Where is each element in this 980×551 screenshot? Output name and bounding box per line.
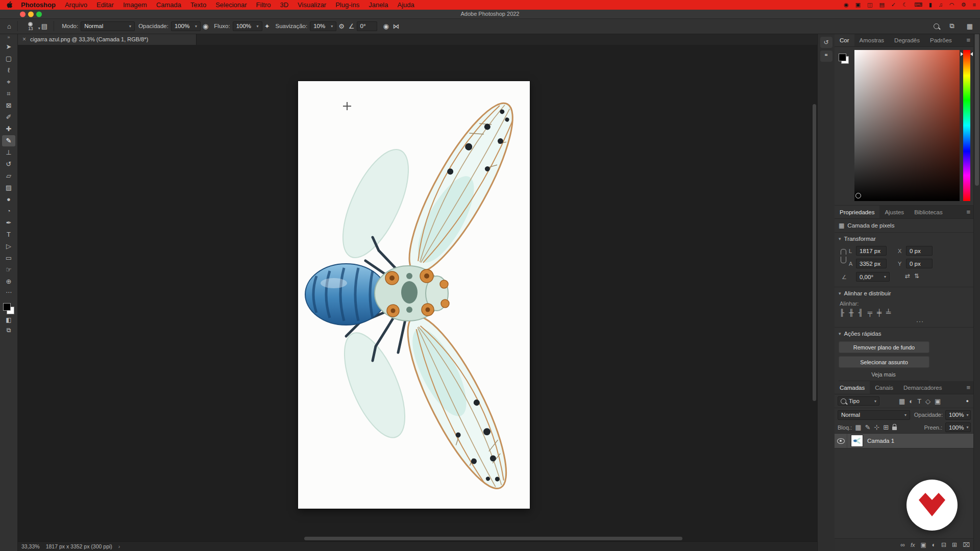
hue-marker-icon[interactable]: [961, 52, 963, 56]
pen-tool[interactable]: ✒: [2, 217, 15, 229]
x-field[interactable]: 0 px: [906, 246, 933, 256]
quick-mask-icon[interactable]: ◧: [2, 315, 15, 325]
menu-camada[interactable]: Camada: [152, 0, 186, 10]
moon-icon[interactable]: ☾: [902, 0, 908, 10]
saturation-brightness-field[interactable]: [854, 50, 960, 201]
filter-pixel-icon[interactable]: ▦: [899, 398, 905, 405]
panel-color-swatches[interactable]: [838, 53, 849, 64]
edit-toolbar-icon[interactable]: ⋯: [2, 287, 15, 297]
keyboard-icon[interactable]: ⌨: [914, 0, 922, 10]
rotation-field[interactable]: 0,00° ▾: [856, 272, 890, 282]
more-options-button[interactable]: ···: [835, 317, 974, 328]
flip-vertical-icon[interactable]: ⇅: [914, 272, 919, 280]
link-dimensions-icon[interactable]: [841, 249, 846, 263]
symmetry-icon[interactable]: ⋈: [391, 22, 402, 30]
foreground-color-swatch[interactable]: [839, 54, 846, 61]
layer-mask-icon[interactable]: ▣: [920, 542, 926, 548]
menu-imagem[interactable]: Imagem: [118, 0, 152, 10]
window-icon[interactable]: ◫: [867, 0, 872, 10]
menu-editar[interactable]: Editar: [92, 0, 118, 10]
workspace-icon[interactable]: ▦: [965, 22, 975, 30]
type-tool[interactable]: T: [2, 229, 15, 240]
layer-visibility-toggle[interactable]: [835, 434, 847, 448]
dodge-tool[interactable]: ◔: [2, 206, 15, 217]
lock-transparency-icon[interactable]: ▦: [855, 424, 861, 431]
align-section-header[interactable]: ▾ Alinhar e distribuir: [835, 287, 974, 299]
clone-stamp-tool[interactable]: ⊥: [2, 147, 15, 158]
menu-selecionar[interactable]: Selecionar: [211, 0, 251, 10]
new-layer-icon[interactable]: ⊞: [952, 542, 957, 548]
foreground-background-swatches[interactable]: [3, 303, 15, 315]
frame-tool[interactable]: ⊠: [2, 100, 15, 111]
marquee-tool[interactable]: ▢: [2, 53, 15, 64]
menu-photoshop[interactable]: Photoshop: [16, 0, 60, 10]
flip-horizontal-icon[interactable]: ⇄: [905, 272, 910, 280]
path-selection-tool[interactable]: ▷: [2, 241, 15, 252]
blur-tool[interactable]: ●: [2, 194, 15, 205]
settings-icon[interactable]: ⚙: [961, 0, 966, 10]
see-more-link[interactable]: Veja mais: [839, 369, 928, 381]
lock-position-icon[interactable]: ⊹: [874, 424, 879, 431]
hand-tool[interactable]: ☞: [2, 264, 15, 276]
healing-brush-tool[interactable]: ✚: [2, 123, 15, 135]
eyedropper-tool[interactable]: ✐: [2, 112, 15, 123]
pressure-size-icon[interactable]: ◉: [381, 22, 391, 30]
layer-filter-select[interactable]: Tipo ▾: [838, 396, 879, 406]
artboard[interactable]: [298, 81, 530, 509]
align-middle-v-icon[interactable]: ╪: [877, 309, 881, 316]
panel-menu-icon[interactable]: ≡: [966, 384, 974, 391]
display-icon[interactable]: ▣: [855, 0, 861, 10]
apple-menu-icon[interactable]: [6, 2, 13, 9]
layer-thumbnail[interactable]: [851, 435, 863, 447]
pressure-opacity-icon[interactable]: ◉: [201, 22, 210, 30]
dock-scrollbar-thumb[interactable]: [975, 17, 979, 186]
layer-fill-field[interactable]: 100% ▾: [945, 422, 971, 432]
layers-tab-canais[interactable]: Canais: [870, 381, 898, 394]
document-tab[interactable]: × cigarra azul.png @ 33,3% (Camada 1, RG…: [17, 34, 197, 45]
eraser-tool[interactable]: ▱: [2, 170, 15, 182]
filter-type-icon[interactable]: T: [917, 398, 921, 405]
brush-tool[interactable]: ✎: [2, 135, 15, 146]
remove-background-button[interactable]: Remover plano de fundo: [839, 341, 929, 353]
adjustment-layer-icon[interactable]: ◐: [932, 542, 936, 548]
y-field[interactable]: 0 px: [906, 259, 933, 268]
history-brush-tool[interactable]: ↺: [2, 159, 15, 170]
layers-tab-demarcadores[interactable]: Demarcadores: [898, 381, 947, 394]
zoom-tool[interactable]: ⊕: [2, 276, 15, 287]
properties-tab-bibliotecas[interactable]: Bibliotecas: [909, 206, 948, 218]
home-icon[interactable]: ⌂: [5, 22, 13, 30]
color-tab-padr-es[interactable]: Padrões: [925, 34, 957, 46]
quick-actions-header[interactable]: ▾ Ações rápidas: [835, 328, 974, 340]
control-center-icon[interactable]: ≡: [973, 0, 976, 10]
brush-angle-field[interactable]: 0°: [357, 21, 377, 31]
object-selection-tool[interactable]: ⌖: [2, 77, 15, 88]
close-tab-icon[interactable]: ×: [22, 36, 26, 43]
hue-marker-icon[interactable]: [970, 52, 973, 56]
panel-menu-icon[interactable]: ≡: [966, 208, 974, 216]
filter-toggle-icon[interactable]: ●: [966, 398, 969, 404]
color-selection-cursor[interactable]: [855, 193, 861, 198]
battery-icon[interactable]: ▮: [929, 0, 932, 10]
align-center-h-icon[interactable]: ╫: [849, 309, 853, 316]
align-right-icon[interactable]: ╢: [858, 309, 863, 316]
hue-slider[interactable]: [963, 50, 970, 201]
arrange-panels-icon[interactable]: ⧉: [947, 22, 956, 30]
smoothing-select[interactable]: 10% ▾: [310, 21, 336, 31]
move-tool[interactable]: ➤: [2, 41, 15, 53]
smoothing-options-gear-icon[interactable]: ⚙: [336, 22, 347, 30]
properties-tab-ajustes[interactable]: Ajustes: [879, 206, 909, 218]
link-layers-icon[interactable]: ∞: [900, 542, 905, 548]
layers-tab-camadas[interactable]: Camadas: [835, 381, 870, 394]
align-bottom-icon[interactable]: ╧: [886, 309, 891, 316]
menu-janela[interactable]: Janela: [364, 0, 393, 10]
toolbar-collapse-icon[interactable]: »: [7, 34, 10, 41]
shape-tool[interactable]: ▭: [2, 253, 15, 264]
color-tab-amostras[interactable]: Amostras: [854, 34, 890, 46]
lock-brush-icon[interactable]: ✎: [865, 424, 870, 431]
color-tab-cor[interactable]: Cor: [835, 34, 854, 46]
transform-section-header[interactable]: ▾ Transformar: [835, 233, 974, 245]
color-tab-degrad-s[interactable]: Degradês: [889, 34, 925, 46]
height-field[interactable]: 3352 px: [856, 259, 887, 268]
delete-layer-icon[interactable]: ⌧: [963, 542, 970, 548]
layer-blend-mode-select[interactable]: Normal ▾: [838, 410, 910, 420]
